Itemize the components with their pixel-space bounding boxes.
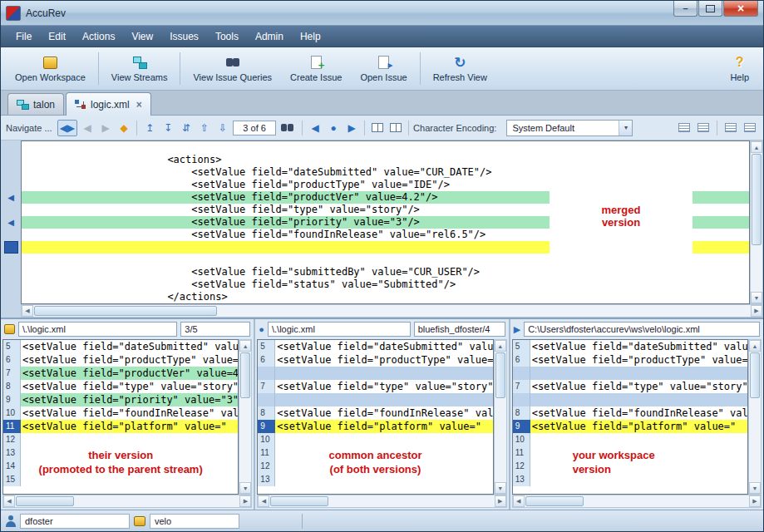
view-issue-queries-button[interactable]: View Issue Queries [184,49,281,88]
menu-item-admin[interactable]: Admin [247,27,292,46]
center-change-button[interactable]: ⇵ [178,120,195,136]
open-issue-button[interactable]: Open Issue [351,49,416,88]
menu-item-actions[interactable]: Actions [74,27,123,46]
view-streams-button[interactable]: View Streams [102,49,177,88]
scroll-up-button[interactable] [239,340,251,352]
create-issue-button[interactable]: Create Issue [281,49,351,88]
streams-tab-icon [17,100,29,110]
common-ancestor-version-field[interactable]: bluefish_dfoster/4 [414,322,505,337]
menu-item-help[interactable]: Help [292,27,329,46]
menu-item-issues[interactable]: Issues [161,27,207,46]
code-row: 12 [3,433,238,446]
view-option-button-3[interactable] [722,120,739,136]
tab-logic-xml[interactable]: logic.xml [66,92,151,116]
view-option-button-2[interactable] [695,120,712,136]
minimize-button[interactable] [673,1,697,17]
code-row: 9<setValue field="platform" value=" [513,420,747,433]
horizontal-scrollbar[interactable] [257,495,506,508]
navigate-label: Navigate ... [6,123,52,133]
code-row [513,393,747,406]
vertical-scrollbar[interactable] [748,339,762,495]
merged-arrow-marker[interactable]: ◀ [1,191,21,204]
maximize-button[interactable] [698,1,722,17]
common-ancestor-annotation: common ancestor (of both versions) [258,448,492,476]
scroll-right-button[interactable] [749,495,761,507]
scroll-left-button[interactable] [258,495,269,507]
their-version-path-field[interactable]: \.\logic.xml [18,322,177,337]
horizontal-scrollbar[interactable] [2,495,252,508]
find-button[interactable] [278,120,298,136]
close-button[interactable] [723,1,758,17]
merged-block-marker[interactable] [1,241,21,254]
goto-last-change-button[interactable]: ↧ [160,120,176,136]
scroll-up-button[interactable] [751,141,762,153]
scrollbar-thumb[interactable] [16,496,74,506]
vertical-scrollbar[interactable] [239,339,252,495]
next-change-button[interactable]: ⇩ [214,120,231,136]
scrollbar-thumb[interactable] [270,496,328,506]
current-change-button[interactable]: ◆ [116,120,132,136]
workspace-version-path-field[interactable]: C:\Users\dfoster\accurev\ws\velo\logic.x… [524,322,760,337]
horizontal-scrollbar[interactable] [512,495,762,508]
scroll-down-button[interactable] [495,482,506,494]
scroll-left-button[interactable] [22,305,33,317]
current-conflict-button[interactable]: ● [325,120,342,136]
scroll-down-button[interactable] [239,482,251,494]
scrollbar-thumb[interactable] [750,352,760,398]
merged-horizontal-scrollbar[interactable] [21,304,763,318]
change-position-field[interactable] [233,121,276,135]
encoding-select[interactable]: System Default [506,120,633,136]
create-issue-icon [308,55,324,70]
open-workspace-button[interactable]: Open Workspace [6,49,95,88]
scroll-up-button[interactable] [495,340,506,352]
scroll-down-button[interactable] [751,292,762,303]
scroll-left-button[interactable] [513,495,525,507]
merged-change-gutter: ◀◀ [1,140,21,318]
tab-talon[interactable]: talon [7,93,64,115]
merged-vertical-scrollbar[interactable] [750,140,763,304]
menu-item-file[interactable]: File [7,27,40,46]
next-conflict-button[interactable]: ▶ [343,120,360,136]
nav-back-button[interactable]: ◀ [79,120,96,136]
workspace-version-annotation: your workspace version [513,448,747,476]
accurev-window: AccuRev FileEditActionsViewIssuesToolsAd… [0,0,764,532]
menu-item-tools[interactable]: Tools [207,27,247,46]
common-ancestor-path-field[interactable]: \.\logic.xml [268,322,411,337]
merge-tab-icon [75,100,86,110]
scroll-right-button[interactable] [239,495,251,507]
scroll-up-button[interactable] [749,340,761,352]
menu-item-edit[interactable]: Edit [40,27,74,46]
nav-forward-button[interactable]: ▶ [97,120,114,136]
help-button[interactable]: Help [721,49,758,88]
scrollbar-thumb[interactable] [240,352,250,398]
merged-code-line: <setValue field="status" value="Submitte… [22,278,749,291]
vertical-scrollbar[interactable] [494,339,507,495]
scroll-down-button[interactable] [749,482,761,494]
scrollbar-thumb[interactable] [525,496,584,506]
menu-item-view[interactable]: View [123,27,161,46]
view-option-button-1[interactable] [676,120,693,136]
scrollbar-thumb[interactable] [34,306,217,316]
navigate-mode-button[interactable]: ◀▶ [57,120,77,136]
scroll-left-button[interactable] [3,495,15,507]
previous-change-button[interactable]: ⇧ [196,120,213,136]
scroll-right-button[interactable] [751,305,762,317]
line-number: 5 [258,340,275,353]
main-toolbar: Open WorkspaceView StreamsView Issue Que… [1,47,763,91]
their-version-number-field[interactable]: 3/5 [180,322,250,337]
view-option-button-4[interactable] [742,120,758,136]
scrollbar-thumb[interactable] [495,352,505,398]
split-horizontal-button[interactable] [369,120,386,136]
split-vertical-button[interactable] [387,120,404,136]
tab-close-icon[interactable] [136,99,142,111]
dropdown-arrow-icon [619,121,632,135]
scroll-right-button[interactable] [495,495,506,507]
goto-first-change-button[interactable]: ↥ [141,120,158,136]
previous-conflict-button[interactable]: ◀ [307,120,323,136]
code-line-text: <setValue field="platform" value=" [530,420,747,433]
refresh-view-button[interactable]: Refresh View [424,49,496,88]
merged-gutter-cell [1,291,21,303]
merged-arrow-marker[interactable]: ◀ [1,216,21,229]
scrollbar-thumb[interactable] [752,154,762,245]
title-bar: AccuRev [1,1,763,26]
